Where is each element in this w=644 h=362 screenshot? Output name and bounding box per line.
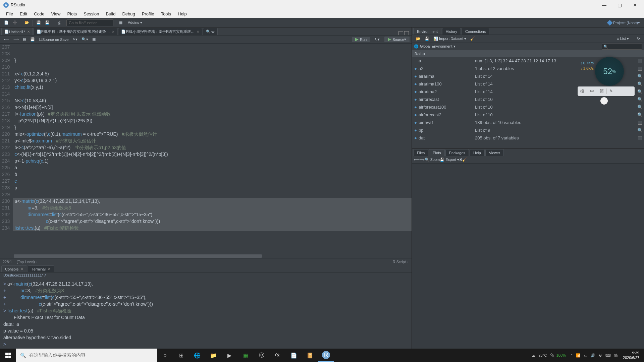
project-selector[interactable]: Project: (None) ▾ (606, 20, 642, 25)
plot-tab-help[interactable]: Help (470, 149, 485, 156)
env-row[interactable]: ●airforecastList of 10🔍 (412, 96, 644, 103)
ime-switcher-ball[interactable] (600, 97, 608, 105)
plot-export-button[interactable]: 💾 Export ▾ (440, 158, 459, 162)
magnify-icon[interactable]: 🔍 (636, 105, 644, 110)
save-workspace-button[interactable]: 💾 (423, 37, 431, 41)
env-scope-selector[interactable]: Global Environment ▾ (420, 44, 455, 49)
explorer-icon[interactable]: 📁 (205, 349, 221, 362)
language-mode[interactable]: R Script ÷ (393, 260, 409, 264)
magnify-icon[interactable]: 🔍 (636, 112, 644, 117)
menu-tools[interactable]: Tools (158, 11, 174, 16)
onenote-icon[interactable]: 📔 (302, 349, 318, 362)
expand-icon[interactable]: ● (413, 128, 418, 133)
source-tab-1[interactable]: 📄 PBL中稿：基于R语言实现重庆房价走势…✕ (34, 28, 118, 35)
maximize-button[interactable]: ▢ (612, 0, 627, 10)
menu-view[interactable]: View (48, 11, 64, 16)
action-center-icon[interactable]: ▭ (582, 353, 589, 358)
word-icon[interactable]: 📄 (286, 349, 302, 362)
open-file-button[interactable]: 📂 (23, 19, 31, 26)
menu-session[interactable]: Session (80, 11, 102, 16)
expand-icon[interactable]: ● (413, 74, 418, 79)
forward-button[interactable]: ⟹ (12, 37, 20, 42)
table-icon[interactable] (638, 136, 642, 140)
env-row[interactable]: ●airforecast2List of 10🔍 (412, 111, 644, 119)
env-row[interactable]: ●airforecast100List of 10🔍 (412, 103, 644, 111)
source-on-save-check[interactable]: ☐ Source on Save (38, 37, 70, 42)
source-tab-2[interactable]: 📄 PBL小组报告终稿：基于R语言实现重庆…✕ (118, 28, 202, 35)
env-row[interactable]: ●bpList of 9🔍 (412, 126, 644, 134)
env-row[interactable]: ●dat205 obs. of 7 variables (412, 134, 644, 142)
menu-help[interactable]: Help (174, 11, 190, 16)
find-button[interactable]: 🔍▾ (80, 37, 90, 42)
env-tab-history[interactable]: History (442, 28, 461, 35)
plot-tab-viewer[interactable]: Viewer (485, 149, 504, 156)
task-view-button[interactable]: ⊞ (173, 349, 189, 362)
expand-icon[interactable]: ● (413, 89, 418, 94)
show-in-new-window-button[interactable]: ▤ (21, 37, 28, 42)
back-button[interactable]: ⟸ (3, 37, 11, 42)
expand-icon[interactable]: ● (413, 66, 418, 71)
store-icon[interactable]: 🛍 (270, 349, 286, 362)
magnify-icon[interactable]: 🔍 (636, 97, 644, 102)
clear-workspace-button[interactable]: 🧹 (469, 37, 476, 41)
env-row[interactable]: ●birthwt1189 obs. of 10 variables (412, 119, 644, 126)
expand-icon[interactable]: ● (413, 120, 418, 125)
taskbar-search[interactable]: 🔍 在这里输入你要搜索的内容 (16, 349, 157, 362)
wand-button[interactable]: ✎▾ (71, 37, 79, 42)
magnify-icon[interactable]: 🔍 (636, 128, 644, 133)
expand-icon[interactable]: ● (413, 112, 418, 117)
minimize-button[interactable]: — (596, 0, 612, 10)
addins-button[interactable]: Addins ▾ (125, 20, 145, 25)
magnify-icon[interactable]: 🔍 (636, 89, 644, 94)
code-editor[interactable]: 2072082092102112122132142152162172182192… (0, 44, 412, 258)
save-doc-button[interactable]: 💾 (29, 37, 36, 42)
goto-file-input[interactable] (66, 19, 113, 26)
expand-icon[interactable]: ● (413, 135, 418, 140)
battery-icon[interactable]: 🔌100% (548, 353, 569, 358)
new-project-button[interactable]: ➕ (11, 19, 19, 26)
ie-icon[interactable]: ⓔ (254, 349, 270, 362)
new-file-button[interactable]: 📄 (3, 19, 10, 26)
ime-switcher-overlay[interactable]: 搜中简✎ (578, 86, 635, 96)
media-icon[interactable]: ▶ (221, 349, 237, 362)
plot-remove-button[interactable]: ✖ (459, 158, 462, 162)
expand-icon[interactable]: ● (413, 81, 418, 86)
ime-icon[interactable]: ☯ (597, 353, 604, 358)
close-tab-icon[interactable]: ✕ (27, 30, 30, 34)
magnify-icon[interactable]: 🔍 (636, 81, 644, 86)
plot-tab-files[interactable]: Files (413, 149, 428, 156)
table-icon[interactable] (638, 121, 642, 125)
close-tab-icon[interactable]: ✕ (112, 30, 114, 34)
volume-icon[interactable]: 🔊 (589, 353, 597, 358)
plot-zoom-button[interactable]: 🔍 Zoom (425, 158, 440, 162)
env-tab-environment[interactable]: Environment (413, 28, 441, 35)
ime-label[interactable]: 简 (612, 353, 620, 358)
plot-tab-packages[interactable]: Packages (445, 149, 469, 156)
network-percent-overlay[interactable]: 52% (595, 57, 624, 86)
source-button[interactable]: Source ▾ (384, 37, 410, 42)
close-tab-icon[interactable]: ✕ (197, 30, 199, 34)
close-button[interactable]: ✕ (627, 0, 643, 10)
view-list-button[interactable]: ≡ List ▾ (615, 37, 630, 41)
refresh-env-button[interactable]: ↻ (636, 37, 641, 41)
keyboard-icon[interactable]: ⌨ (604, 353, 612, 358)
edge-icon[interactable]: 🌐 (189, 349, 205, 362)
source-tab-3[interactable]: 🔍 nx (203, 28, 218, 35)
menu-profile[interactable]: Profile (139, 11, 158, 16)
env-search-input[interactable] (602, 44, 642, 50)
save-button[interactable]: 💾 (35, 19, 42, 26)
menu-build[interactable]: Build (103, 11, 119, 16)
tray-overflow[interactable]: ^ (569, 353, 574, 357)
clock[interactable]: 9:39 2020/6/27 (620, 351, 643, 360)
env-tab-connections[interactable]: Connections (462, 28, 489, 35)
expand-icon[interactable]: ● (413, 105, 418, 110)
wifi-icon[interactable]: 📶 (574, 353, 582, 358)
plot-next-button[interactable]: ⟹ (419, 158, 425, 162)
start-button[interactable] (0, 349, 16, 362)
pane-layout-controls[interactable] (395, 31, 412, 35)
menu-plots[interactable]: Plots (64, 11, 80, 16)
scope-indicator[interactable]: (Top Level) ÷ (17, 260, 38, 264)
console-tab-terminal[interactable]: Terminal✕ (28, 265, 54, 272)
rerun-button[interactable]: ↻▾ (373, 37, 381, 42)
table-icon[interactable] (638, 59, 642, 63)
